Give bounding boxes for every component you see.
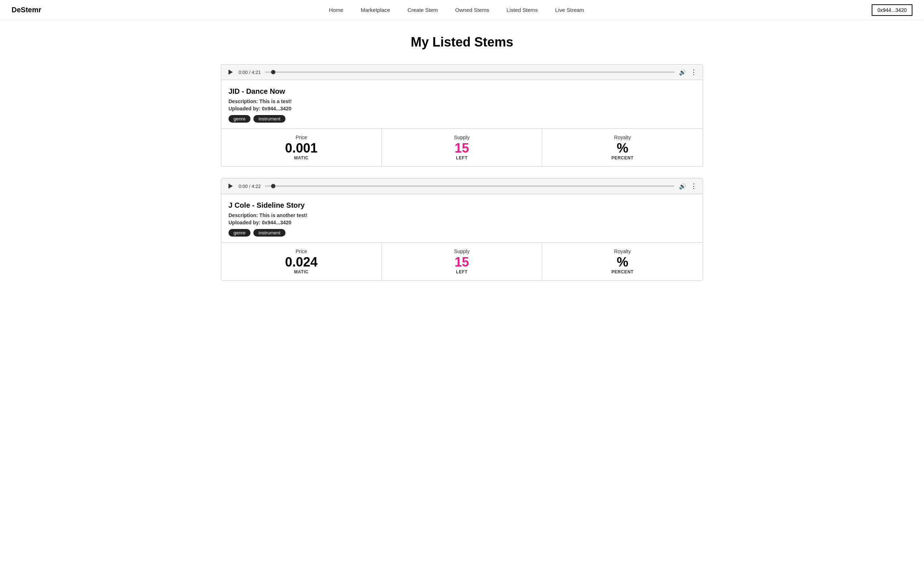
audio-player-2: 0:00 / 4:22 🔊 ⋮ [221, 179, 703, 194]
play-icon-2 [228, 184, 233, 189]
page-content: My Listed Stems 0:00 / 4:21 🔊 ⋮ JID - Da… [209, 20, 715, 306]
royalty-label-2: Royalty [549, 248, 696, 254]
royalty-sub-2: PERCENT [549, 269, 696, 274]
supply-sub-2: LEFT [389, 269, 535, 274]
stem-card-2: 0:00 / 4:22 🔊 ⋮ J Cole - Sideline Story … [221, 178, 703, 280]
supply-value-1: 15 [389, 142, 535, 155]
progress-bar-2[interactable] [265, 185, 675, 187]
stem-uploader-2: Uploaded by: 0x944...3420 [228, 220, 696, 226]
play-button-1[interactable] [227, 69, 234, 76]
price-currency-1: MATIC [228, 155, 374, 161]
navbar: DeStemr Home Marketplace Create Stem Own… [0, 0, 924, 20]
nav-create-stem[interactable]: Create Stem [407, 7, 438, 13]
price-value-2: 0.024 [228, 256, 374, 269]
nav-marketplace[interactable]: Marketplace [360, 7, 390, 13]
nav-home[interactable]: Home [329, 7, 343, 13]
app-logo: DeStemr [11, 6, 41, 14]
progress-thumb-1 [271, 70, 275, 74]
price-cell-2: Price 0.024 MATIC [221, 243, 382, 280]
stats-row-2: Price 0.024 MATIC Supply 15 LEFT Royalty… [221, 243, 703, 280]
supply-label-2: Supply [389, 248, 535, 254]
tag-instrument-1: instrument [254, 115, 286, 122]
progress-bar-1[interactable] [265, 71, 675, 73]
audio-player-1: 0:00 / 4:21 🔊 ⋮ [221, 64, 703, 80]
stem-description-2: Description: This is another test! [228, 213, 696, 218]
play-button-2[interactable] [227, 182, 234, 190]
price-cell-1: Price 0.001 MATIC [221, 129, 382, 166]
tag-row-2: genre instrument [228, 229, 696, 237]
more-icon-1[interactable]: ⋮ [690, 68, 697, 76]
price-value-1: 0.001 [228, 142, 374, 155]
stats-row-1: Price 0.001 MATIC Supply 15 LEFT Royalty… [221, 129, 703, 166]
royalty-label-1: Royalty [549, 134, 696, 140]
nav-links: Home Marketplace Create Stem Owned Stems… [329, 7, 584, 13]
tag-instrument-2: instrument [254, 229, 286, 237]
more-icon-2[interactable]: ⋮ [690, 182, 697, 190]
time-label-1: 0:00 / 4:21 [239, 69, 261, 75]
stem-title-1: JID - Dance Now [228, 87, 696, 95]
play-icon-1 [228, 69, 233, 75]
stem-title-2: J Cole - Sideline Story [228, 201, 696, 210]
stem-info-2: J Cole - Sideline Story Description: Thi… [221, 194, 703, 243]
wallet-button[interactable]: 0x944...3420 [872, 4, 913, 16]
supply-value-2: 15 [389, 256, 535, 269]
stem-description-1: Description: This is a test! [228, 98, 696, 104]
stem-card-1: 0:00 / 4:21 🔊 ⋮ JID - Dance Now Descript… [221, 64, 703, 167]
stem-uploader-1: Uploaded by: 0x944...3420 [228, 106, 696, 111]
price-currency-2: MATIC [228, 269, 374, 274]
price-label-2: Price [228, 248, 374, 254]
royalty-cell-1: Royalty % PERCENT [542, 129, 703, 166]
nav-live-stream[interactable]: Live Stream [555, 7, 584, 13]
tag-row-1: genre instrument [228, 115, 696, 122]
nav-listed-stems[interactable]: Listed Stems [506, 7, 538, 13]
stem-info-1: JID - Dance Now Description: This is a t… [221, 80, 703, 129]
volume-icon-1[interactable]: 🔊 [679, 69, 686, 76]
supply-sub-1: LEFT [389, 155, 535, 161]
time-label-2: 0:00 / 4:22 [239, 184, 261, 189]
tag-genre-2: genre [228, 229, 250, 237]
royalty-value-1: % [549, 142, 696, 155]
price-label-1: Price [228, 134, 374, 140]
progress-thumb-2 [271, 184, 275, 188]
supply-cell-1: Supply 15 LEFT [382, 129, 543, 166]
tag-genre-1: genre [228, 115, 250, 122]
royalty-sub-1: PERCENT [549, 155, 696, 161]
supply-label-1: Supply [389, 134, 535, 140]
nav-owned-stems[interactable]: Owned Stems [455, 7, 489, 13]
volume-icon-2[interactable]: 🔊 [679, 183, 686, 190]
royalty-value-2: % [549, 256, 696, 269]
supply-cell-2: Supply 15 LEFT [382, 243, 543, 280]
royalty-cell-2: Royalty % PERCENT [542, 243, 703, 280]
page-title: My Listed Stems [221, 35, 703, 50]
